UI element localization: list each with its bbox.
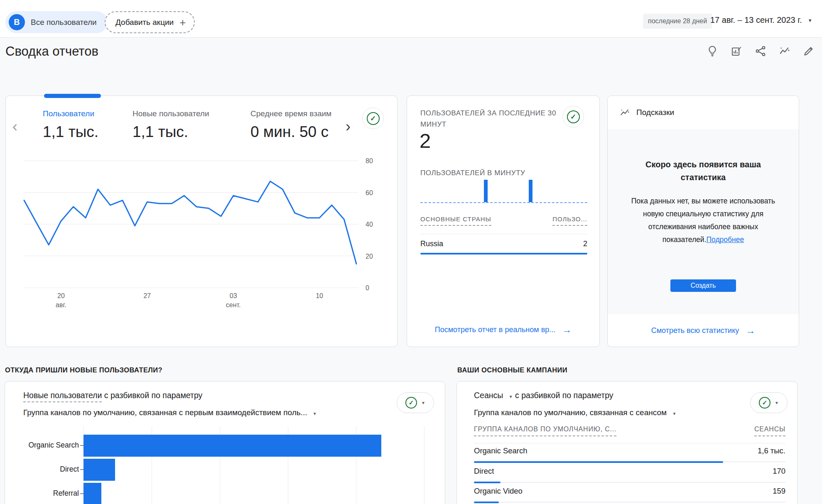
bar-label-referral: Referral <box>13 489 79 498</box>
dimension-selector[interactable]: Группа каналов по умолчанию, связанная с… <box>23 408 317 417</box>
new-users-bar-chart <box>83 426 424 504</box>
report-toolbar <box>706 45 815 57</box>
check-icon: ✓ <box>759 397 770 409</box>
svg-text:60: 60 <box>366 189 373 196</box>
users-per-minute-label: ПОЛЬЗОВАТЕЛЕЙ В МИНУТУ <box>420 169 525 177</box>
table-row: Direct 170 <box>474 467 785 476</box>
bar-Organic Search <box>83 435 381 457</box>
data-quality-badge[interactable]: ✓ <box>562 106 584 127</box>
chevron-down-icon: ▼ <box>775 401 779 405</box>
insights-header: Подсказки <box>608 96 799 129</box>
channel-name: Direct <box>474 467 494 476</box>
tab-avg-engagement-time-value: 0 мин. 50 с <box>250 123 347 141</box>
column-header-channel-group[interactable]: ГРУППА КАНАЛОВ ПО УМОЛЧАНИЮ, С... <box>474 426 616 436</box>
insights-description: Пока данных нет, вы можете использовать … <box>631 197 775 244</box>
chevron-down-icon: ▼ <box>672 411 676 416</box>
gridline <box>424 426 424 504</box>
learn-more-link[interactable]: Подробнее <box>706 235 744 244</box>
new-users-card: Новые пользователи с разбивкой по параме… <box>5 381 445 504</box>
section-title-new-users: ОТКУДА ПРИШЛИ НОВЫЕ ПОЛЬЗОВАТЕЛИ? <box>5 366 162 374</box>
metric-selector-new-users[interactable]: Новые пользователи <box>23 391 102 402</box>
svg-text:80: 80 <box>366 157 373 164</box>
audience-pill-all-users[interactable]: B Все пользователи <box>5 11 108 33</box>
data-quality-menu[interactable]: ✓ ▼ <box>397 392 434 413</box>
svg-text:20: 20 <box>366 253 373 260</box>
edit-icon[interactable] <box>802 45 815 57</box>
bar-label-organic-search: Organic Search <box>13 441 79 450</box>
create-insight-button[interactable]: Создать <box>670 279 736 292</box>
check-icon: ✓ <box>367 112 380 125</box>
channel-name: Organic Video <box>474 487 523 496</box>
bar-Direct <box>83 459 115 481</box>
metrics-scroll-left-button[interactable]: ‹ <box>12 119 17 134</box>
audience-pill-label: Все пользователи <box>31 18 97 27</box>
plus-icon: + <box>179 17 186 28</box>
channel-bar <box>474 482 785 483</box>
tab-avg-engagement-time[interactable]: Среднее время взаим 0 мин. 50 с <box>250 109 347 141</box>
chevron-down-icon: ▼ <box>313 411 317 416</box>
svg-text:03: 03 <box>230 292 237 299</box>
customize-report-icon[interactable] <box>730 45 743 57</box>
active-tab-indicator <box>44 94 101 98</box>
add-comparison-label: Добавить акции <box>115 18 174 27</box>
view-all-insights-label: Смотреть всю статистику <box>651 326 739 335</box>
chevron-down-icon: ▼ <box>808 18 812 23</box>
dimension-selector[interactable]: Группа каналов по умолчанию, связанная с… <box>474 408 676 417</box>
arrow-right-icon: → <box>562 324 572 335</box>
date-range-picker[interactable]: 17 авг. – 13 сент. 2023 г. ▼ <box>710 15 812 25</box>
tab-users-label: Пользователи <box>43 109 98 118</box>
insights-title: Подсказки <box>636 108 674 117</box>
campaigns-card: Сеансы ▼ с разбивкой по параметру Группа… <box>456 381 797 504</box>
data-quality-badge[interactable]: ✓ <box>362 108 384 129</box>
view-realtime-report-link[interactable]: Посмотреть отчет в реальном вр... → <box>407 324 599 335</box>
check-icon: ✓ <box>405 397 417 409</box>
realtime-title: ПОЛЬЗОВАТЕЛЕЙ ЗА ПОСЛЕДНИЕ 30 МИНУТ <box>420 108 565 130</box>
country-users: 2 <box>583 240 587 248</box>
section-title-campaigns: ВАШИ ОСНОВНЫЕ КАМПАНИИ <box>457 366 567 374</box>
axis-tick <box>80 469 83 470</box>
top-bar: B Все пользователи Добавить акции + посл… <box>0 0 822 38</box>
insights-icon[interactable] <box>778 45 791 57</box>
lightbulb-icon[interactable] <box>706 45 719 57</box>
channel-sessions: 170 <box>773 467 785 476</box>
column-header-countries[interactable]: ОСНОВНЫЕ СТРАНЫ <box>420 215 491 226</box>
realtime-users-value: 2 <box>420 129 431 152</box>
insights-heading: Скоро здесь появится ваша статистика <box>628 158 778 184</box>
column-header-sessions[interactable]: СЕАНСЫ <box>754 426 785 436</box>
tab-new-users[interactable]: Новые пользователи 1,1 тыс. <box>133 109 209 141</box>
add-comparison-button[interactable]: Добавить акции + <box>105 11 195 33</box>
dimension-label: Группа каналов по умолчанию, связанная с… <box>23 408 307 417</box>
column-header-users[interactable]: ПОЛЬЗО... <box>552 215 587 226</box>
date-period-chip: последние 28 дней <box>643 14 712 29</box>
table-row: Russia 2 <box>420 240 587 248</box>
table-row: Organic Video 159 <box>474 487 785 496</box>
realtime-card: ПОЛЬЗОВАТЕЛЕЙ ЗА ПОСЛЕДНИЕ 30 МИНУТ ✓ 2 … <box>407 95 600 347</box>
insights-body: Скоро здесь появится ваша статистика Пок… <box>608 129 799 314</box>
page-title: Сводка отчетов <box>5 44 98 59</box>
bar-Referral <box>83 483 101 504</box>
view-all-insights-link[interactable]: Смотреть всю статистику → <box>608 325 799 336</box>
axis-tick <box>80 445 83 446</box>
svg-text:10: 10 <box>316 292 323 299</box>
channel-sessions: 159 <box>773 487 785 496</box>
chevron-down-icon: ▼ <box>509 394 513 399</box>
axis-tick <box>80 493 83 494</box>
svg-text:0: 0 <box>366 284 369 291</box>
users-per-minute-bar-chart <box>420 180 587 203</box>
title-rest: с разбивкой по параметру <box>102 391 202 400</box>
svg-text:авг.: авг. <box>56 301 66 308</box>
bar-label-direct: Direct <box>13 465 79 474</box>
tab-avg-engagement-time-label: Среднее время взаим <box>250 109 347 118</box>
divider <box>474 443 785 443</box>
channel-name: Organic Search <box>474 446 528 455</box>
country-bar <box>420 253 587 254</box>
tab-users[interactable]: Пользователи 1,1 тыс. <box>43 109 98 141</box>
channel-sessions: 1,6 тыс. <box>758 446 785 455</box>
table-row: Organic Search 1,6 тыс. <box>474 446 785 455</box>
data-quality-menu[interactable]: ✓ ▼ <box>750 392 788 413</box>
divider <box>420 234 587 234</box>
share-icon[interactable] <box>754 45 767 57</box>
arrow-right-icon: → <box>746 325 755 336</box>
chevron-down-icon: ▼ <box>421 401 425 405</box>
metric-selector-sessions[interactable]: Сеансы <box>474 391 503 400</box>
